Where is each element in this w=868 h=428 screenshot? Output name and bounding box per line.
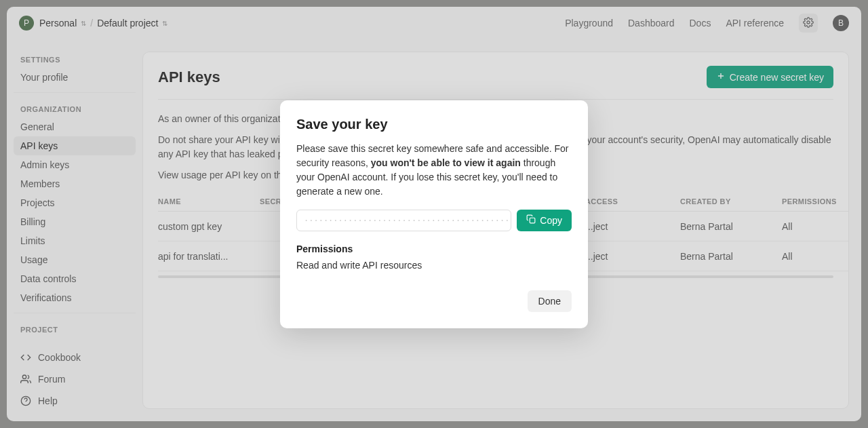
done-button[interactable]: Done xyxy=(528,290,572,312)
permissions-value: Read and write API resources xyxy=(296,258,572,273)
save-key-modal: Save your key Please save this secret ke… xyxy=(280,100,588,328)
copy-button[interactable]: Copy xyxy=(517,210,572,231)
svg-rect-6 xyxy=(530,218,536,223)
modal-title: Save your key xyxy=(296,117,572,132)
copy-icon xyxy=(526,214,536,226)
modal-description: Please save this secret key somewhere sa… xyxy=(296,142,572,199)
modal-overlay: Save your key Please save this secret ke… xyxy=(7,7,861,421)
secret-key-field[interactable]: ········································… xyxy=(296,210,511,231)
button-label: Copy xyxy=(540,215,562,226)
permissions-label: Permissions xyxy=(296,244,572,254)
